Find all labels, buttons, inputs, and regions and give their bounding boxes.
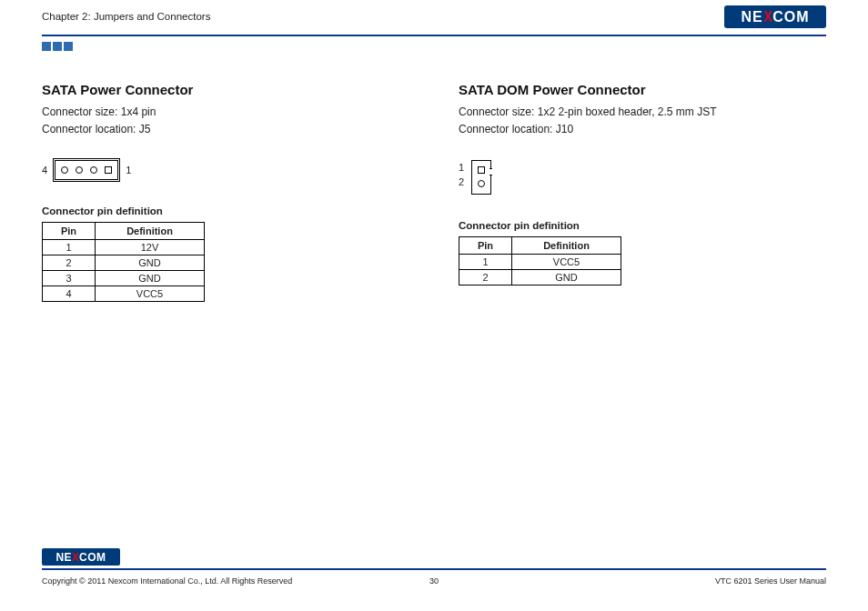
brand-mid: X xyxy=(763,9,772,25)
table-header-row: Pin Definition xyxy=(43,222,205,239)
brand-post: COM xyxy=(772,9,809,25)
pin-4-label: 4 xyxy=(42,165,47,175)
cell-pin: 3 xyxy=(43,270,96,285)
spec-size-value: 1x4 pin xyxy=(121,105,156,118)
cell-def: GND xyxy=(96,255,205,270)
section-title: SATA Power Connector xyxy=(42,82,409,97)
col-header-def: Definition xyxy=(512,236,621,254)
connector-notch-icon xyxy=(490,168,492,175)
table-row: 4VCC5 xyxy=(43,285,205,301)
pin-labels-column: 1 2 xyxy=(459,162,464,187)
connector-1x2-diagram: 1 2 xyxy=(459,160,826,195)
table-row: 3GND xyxy=(43,270,205,285)
cell-pin: 2 xyxy=(43,255,96,270)
brand-mid: X xyxy=(72,551,79,564)
pin-hole-icon xyxy=(478,180,485,187)
spec-lines: Connector size: 1x4 pin Connector locati… xyxy=(42,105,409,138)
cell-pin: 1 xyxy=(43,239,96,255)
col-header-pin: Pin xyxy=(43,222,96,239)
pin-definition-table: Pin Definition 112V 2GND 3GND 4VCC5 xyxy=(42,222,205,302)
table-header-row: Pin Definition xyxy=(459,236,621,254)
pin-1-key-icon xyxy=(478,166,485,174)
spec-size-label: Connector size: xyxy=(459,105,534,118)
cell-def: VCC5 xyxy=(512,254,621,269)
cell-def: GND xyxy=(96,270,205,285)
section-sata-power: SATA Power Connector Connector size: 1x4… xyxy=(42,82,409,538)
spec-loc-label: Connector location: xyxy=(42,123,136,135)
doc-name: VTC 6201 Series User Manual xyxy=(715,576,826,586)
pin-hole-icon xyxy=(90,166,97,174)
ornament-square-icon xyxy=(42,42,51,51)
content-area: SATA Power Connector Connector size: 1x4… xyxy=(42,82,826,538)
copyright-text: Copyright © 2011 Nexcom International Co… xyxy=(42,576,292,586)
pin-hole-icon xyxy=(76,166,83,174)
section-sata-dom-power: SATA DOM Power Connector Connector size:… xyxy=(459,82,826,538)
brand-post: COM xyxy=(79,551,106,564)
section-title: SATA DOM Power Connector xyxy=(459,82,826,97)
page-header: Chapter 2: Jumpers and Connectors NEXCOM xyxy=(0,0,868,45)
brand-logo-bottom: NEXCOM xyxy=(42,548,120,566)
table-row: 1VCC5 xyxy=(459,254,621,269)
spec-loc-value: J5 xyxy=(139,123,151,135)
footer-text-row: Copyright © 2011 Nexcom International Co… xyxy=(42,576,826,586)
spec-loc-value: J10 xyxy=(556,123,573,135)
spec-size-value: 1x2 2-pin boxed header, 2.5 mm JST xyxy=(538,105,717,118)
cell-pin: 1 xyxy=(459,254,512,269)
ornament-square-icon xyxy=(64,42,73,51)
pin-2-label: 2 xyxy=(459,176,464,187)
spec-size-label: Connector size: xyxy=(42,105,117,118)
header-divider xyxy=(42,35,826,36)
cell-def: 12V xyxy=(96,239,205,255)
table-title: Connector pin definition xyxy=(42,205,409,216)
connector-outline-icon xyxy=(471,160,491,195)
table-row: 2GND xyxy=(459,269,621,285)
chapter-title: Chapter 2: Jumpers and Connectors xyxy=(42,11,826,22)
table-row: 2GND xyxy=(43,255,205,270)
pin-1-key-icon xyxy=(105,166,112,174)
table-row: 112V xyxy=(43,239,205,255)
pin-1-label: 1 xyxy=(459,162,464,173)
pin-hole-icon xyxy=(61,166,68,174)
cell-def: VCC5 xyxy=(96,285,205,301)
connector-1x4-diagram: 4 1 xyxy=(42,160,409,180)
col-header-def: Definition xyxy=(96,222,205,239)
spec-loc-label: Connector location: xyxy=(459,123,552,135)
spec-lines: Connector size: 1x2 2-pin boxed header, … xyxy=(459,105,826,138)
brand-pre: NE xyxy=(56,551,72,564)
ornament-square-icon xyxy=(53,42,62,51)
cell-def: GND xyxy=(512,269,621,285)
header-ornament xyxy=(42,42,73,51)
col-header-pin: Pin xyxy=(459,236,512,254)
cell-pin: 2 xyxy=(459,269,512,285)
pin-definition-table: Pin Definition 1VCC5 2GND xyxy=(459,236,621,285)
brand-logo-top: NEXCOM xyxy=(724,5,826,28)
pin-1-label: 1 xyxy=(126,165,131,175)
table-title: Connector pin definition xyxy=(459,220,826,231)
brand-pre: NE xyxy=(741,9,762,25)
footer-divider xyxy=(42,568,826,570)
connector-outline-icon xyxy=(55,160,118,180)
cell-pin: 4 xyxy=(43,285,96,301)
